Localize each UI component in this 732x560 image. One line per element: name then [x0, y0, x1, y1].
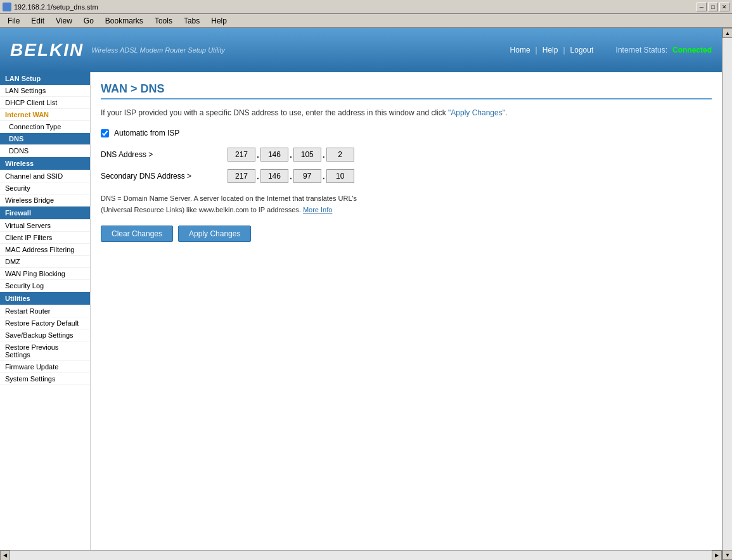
- automatic-isp-row: Automatic from ISP: [101, 129, 712, 137]
- scroll-track-right[interactable]: [722, 38, 732, 550]
- sidebar-item-lan-settings[interactable]: LAN Settings: [0, 85, 90, 97]
- info-text: DNS = Domain Name Server. A server locat…: [101, 193, 712, 215]
- maximize-button[interactable]: □: [708, 3, 718, 11]
- dns-octet-1[interactable]: [228, 148, 255, 162]
- scrollbar-bottom: ◀ ▶: [0, 550, 722, 560]
- apply-changes-link: "Apply Changes": [448, 108, 505, 117]
- titlebar-title: 192.168.2.1/setup_dns.stm: [14, 3, 98, 11]
- content-area: WAN > DNS If your ISP provided you with …: [91, 72, 722, 550]
- secondary-dns-octet-2[interactable]: [260, 169, 288, 183]
- apply-changes-button[interactable]: Apply Changes: [178, 226, 251, 242]
- sidebar-item-restart-router[interactable]: Restart Router: [0, 305, 90, 317]
- internet-status-label: Internet Status:: [616, 46, 667, 54]
- close-button[interactable]: ✕: [719, 3, 729, 11]
- home-link[interactable]: Home: [510, 46, 530, 54]
- sidebar-item-dmz[interactable]: DMZ: [0, 256, 90, 268]
- menu-edit[interactable]: Edit: [26, 15, 49, 27]
- clear-changes-button[interactable]: Clear Changes: [101, 226, 173, 242]
- scroll-left-button[interactable]: ◀: [0, 550, 10, 561]
- sidebar-item-dns[interactable]: DNS: [0, 133, 90, 145]
- belkin-logo: BELKIN: [10, 40, 84, 60]
- sidebar-item-client-ip-filters[interactable]: Client IP Filters: [0, 232, 90, 244]
- sidebar-item-mac-address-filtering[interactable]: MAC Address Filtering: [0, 244, 90, 256]
- secondary-dns-octet-4[interactable]: [326, 169, 354, 183]
- page-title: WAN > DNS: [101, 82, 712, 99]
- sidebar-item-security[interactable]: Security: [0, 182, 90, 194]
- scrollbar-right: ▲ ▼: [722, 28, 732, 560]
- scroll-up-button[interactable]: ▲: [722, 28, 732, 38]
- sidebar-item-wireless-bridge[interactable]: Wireless Bridge: [0, 194, 90, 207]
- minimize-button[interactable]: ─: [697, 3, 707, 11]
- sidebar-item-connection-type[interactable]: Connection Type: [0, 121, 90, 133]
- dns-octet-3[interactable]: [293, 148, 321, 162]
- secondary-dns-address-row: Secondary DNS Address > . . .: [101, 169, 712, 183]
- sidebar-item-dhcp-client-list[interactable]: DHCP Client List: [0, 97, 90, 109]
- sidebar-item-channel-ssid[interactable]: Channel and SSID: [0, 170, 90, 182]
- dns-octet-4[interactable]: [326, 148, 354, 162]
- secondary-dns-octet-1[interactable]: [228, 169, 255, 183]
- titlebar: 192.168.2.1/setup_dns.stm ─ □ ✕: [0, 0, 732, 14]
- sidebar: LAN Setup LAN Settings DHCP Client List …: [0, 72, 91, 550]
- menu-tools[interactable]: Tools: [150, 15, 177, 27]
- internet-status-value: Connected: [672, 46, 712, 54]
- menu-go[interactable]: Go: [79, 15, 99, 27]
- sidebar-item-save-backup-settings[interactable]: Save/Backup Settings: [0, 329, 90, 341]
- menu-help[interactable]: Help: [206, 15, 232, 27]
- logout-link[interactable]: Logout: [570, 46, 594, 54]
- menu-tabs[interactable]: Tabs: [179, 15, 205, 27]
- sidebar-item-internet-wan[interactable]: Internet WAN: [0, 109, 90, 121]
- titlebar-icon: [3, 3, 11, 11]
- sidebar-section-firewall: Firewall: [0, 207, 90, 220]
- secondary-dns-address-input-group: . . .: [228, 169, 354, 183]
- sidebar-item-virtual-servers[interactable]: Virtual Servers: [0, 220, 90, 232]
- secondary-dns-address-label: Secondary DNS Address >: [101, 172, 228, 181]
- menu-view[interactable]: View: [51, 15, 77, 27]
- sidebar-item-wan-ping-blocking[interactable]: WAN Ping Blocking: [0, 268, 90, 280]
- scroll-down-button[interactable]: ▼: [722, 550, 732, 560]
- menu-file[interactable]: File: [3, 15, 25, 27]
- dns-address-input-group: . . .: [228, 148, 354, 162]
- more-info-link[interactable]: More Info: [303, 206, 332, 213]
- sidebar-section-lan-setup: LAN Setup: [0, 72, 90, 85]
- sidebar-item-security-log[interactable]: Security Log: [0, 280, 90, 292]
- sidebar-item-restore-previous-settings[interactable]: Restore Previous Settings: [0, 341, 90, 361]
- automatic-isp-label: Automatic from ISP: [114, 129, 179, 137]
- belkin-subtitle: Wireless ADSL Modem Router Setup Utility: [91, 46, 225, 54]
- secondary-dns-octet-3[interactable]: [293, 169, 321, 183]
- sidebar-item-system-settings[interactable]: System Settings: [0, 373, 90, 385]
- dns-address-label: DNS Address >: [101, 150, 228, 159]
- sidebar-section-utilities: Utilities: [0, 292, 90, 305]
- sidebar-item-ddns[interactable]: DDNS: [0, 145, 90, 157]
- dns-octet-2[interactable]: [260, 148, 288, 162]
- sidebar-section-wireless: Wireless: [0, 157, 90, 170]
- dns-address-row: DNS Address > . . .: [101, 148, 712, 162]
- menubar: File Edit View Go Bookmarks Tools Tabs H…: [0, 14, 732, 28]
- description-text: If your ISP provided you with a specific…: [101, 107, 712, 118]
- router-header: BELKIN Wireless ADSL Modem Router Setup …: [0, 28, 722, 72]
- scroll-right-button[interactable]: ▶: [712, 550, 722, 561]
- scroll-track-bottom[interactable]: [10, 550, 712, 560]
- sidebar-item-restore-factory-default[interactable]: Restore Factory Default: [0, 317, 90, 329]
- help-link[interactable]: Help: [543, 46, 558, 54]
- automatic-isp-checkbox[interactable]: [101, 129, 109, 137]
- sidebar-item-firmware-update[interactable]: Firmware Update: [0, 361, 90, 373]
- button-row: Clear Changes Apply Changes: [101, 226, 712, 242]
- menu-bookmarks[interactable]: Bookmarks: [100, 15, 148, 27]
